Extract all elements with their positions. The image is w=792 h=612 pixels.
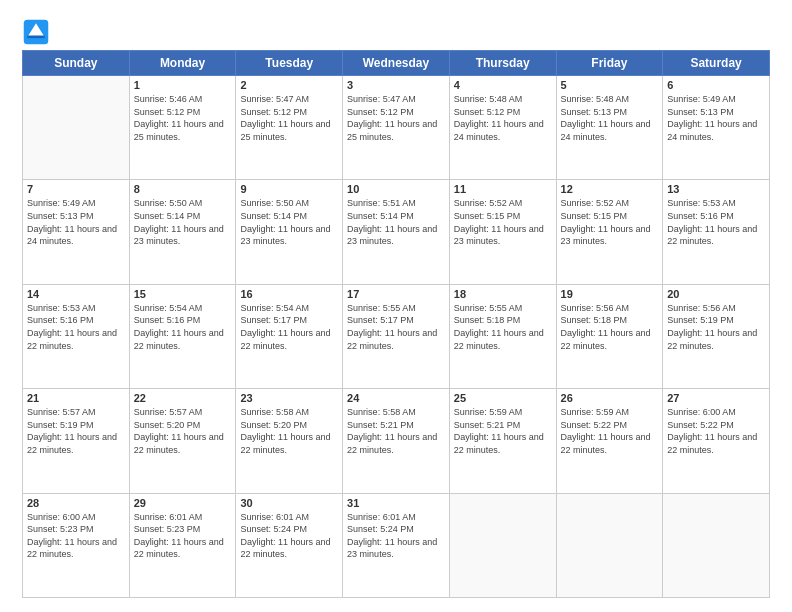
- day-number: 4: [454, 79, 552, 91]
- weekday-header-cell: Tuesday: [236, 51, 343, 76]
- day-info: Sunrise: 6:01 AMSunset: 5:23 PMDaylight:…: [134, 511, 232, 561]
- day-info: Sunrise: 5:58 AMSunset: 5:20 PMDaylight:…: [240, 406, 338, 456]
- day-number: 31: [347, 497, 445, 509]
- weekday-header-cell: Friday: [556, 51, 663, 76]
- calendar-cell: 29 Sunrise: 6:01 AMSunset: 5:23 PMDaylig…: [129, 493, 236, 597]
- calendar-cell: 23 Sunrise: 5:58 AMSunset: 5:20 PMDaylig…: [236, 389, 343, 493]
- day-number: 3: [347, 79, 445, 91]
- calendar-cell: 30 Sunrise: 6:01 AMSunset: 5:24 PMDaylig…: [236, 493, 343, 597]
- calendar-cell: 22 Sunrise: 5:57 AMSunset: 5:20 PMDaylig…: [129, 389, 236, 493]
- calendar-cell: 1 Sunrise: 5:46 AMSunset: 5:12 PMDayligh…: [129, 76, 236, 180]
- calendar-table: SundayMondayTuesdayWednesdayThursdayFrid…: [22, 50, 770, 598]
- calendar-cell: 4 Sunrise: 5:48 AMSunset: 5:12 PMDayligh…: [449, 76, 556, 180]
- calendar-week-row: 1 Sunrise: 5:46 AMSunset: 5:12 PMDayligh…: [23, 76, 770, 180]
- day-info: Sunrise: 5:52 AMSunset: 5:15 PMDaylight:…: [561, 197, 659, 247]
- day-number: 9: [240, 183, 338, 195]
- day-number: 26: [561, 392, 659, 404]
- calendar-week-row: 21 Sunrise: 5:57 AMSunset: 5:19 PMDaylig…: [23, 389, 770, 493]
- day-number: 18: [454, 288, 552, 300]
- day-info: Sunrise: 5:50 AMSunset: 5:14 PMDaylight:…: [240, 197, 338, 247]
- calendar-page: SundayMondayTuesdayWednesdayThursdayFrid…: [0, 0, 792, 612]
- calendar-cell: 20 Sunrise: 5:56 AMSunset: 5:19 PMDaylig…: [663, 284, 770, 388]
- day-number: 13: [667, 183, 765, 195]
- header: [22, 18, 770, 46]
- day-info: Sunrise: 5:54 AMSunset: 5:17 PMDaylight:…: [240, 302, 338, 352]
- day-info: Sunrise: 5:55 AMSunset: 5:17 PMDaylight:…: [347, 302, 445, 352]
- calendar-cell: 3 Sunrise: 5:47 AMSunset: 5:12 PMDayligh…: [343, 76, 450, 180]
- day-number: 23: [240, 392, 338, 404]
- day-number: 7: [27, 183, 125, 195]
- calendar-week-row: 7 Sunrise: 5:49 AMSunset: 5:13 PMDayligh…: [23, 180, 770, 284]
- day-number: 24: [347, 392, 445, 404]
- weekday-header-cell: Sunday: [23, 51, 130, 76]
- logo-icon: [22, 18, 50, 46]
- day-info: Sunrise: 5:52 AMSunset: 5:15 PMDaylight:…: [454, 197, 552, 247]
- day-number: 1: [134, 79, 232, 91]
- day-number: 15: [134, 288, 232, 300]
- day-number: 20: [667, 288, 765, 300]
- calendar-week-row: 28 Sunrise: 6:00 AMSunset: 5:23 PMDaylig…: [23, 493, 770, 597]
- calendar-cell: 12 Sunrise: 5:52 AMSunset: 5:15 PMDaylig…: [556, 180, 663, 284]
- day-info: Sunrise: 5:48 AMSunset: 5:13 PMDaylight:…: [561, 93, 659, 143]
- day-info: Sunrise: 5:51 AMSunset: 5:14 PMDaylight:…: [347, 197, 445, 247]
- calendar-cell: 10 Sunrise: 5:51 AMSunset: 5:14 PMDaylig…: [343, 180, 450, 284]
- calendar-body: 1 Sunrise: 5:46 AMSunset: 5:12 PMDayligh…: [23, 76, 770, 598]
- calendar-cell: 14 Sunrise: 5:53 AMSunset: 5:16 PMDaylig…: [23, 284, 130, 388]
- day-number: 25: [454, 392, 552, 404]
- weekday-header-cell: Monday: [129, 51, 236, 76]
- calendar-cell: 15 Sunrise: 5:54 AMSunset: 5:16 PMDaylig…: [129, 284, 236, 388]
- day-info: Sunrise: 5:49 AMSunset: 5:13 PMDaylight:…: [667, 93, 765, 143]
- calendar-cell: 11 Sunrise: 5:52 AMSunset: 5:15 PMDaylig…: [449, 180, 556, 284]
- svg-rect-2: [27, 36, 45, 39]
- day-info: Sunrise: 5:56 AMSunset: 5:19 PMDaylight:…: [667, 302, 765, 352]
- calendar-cell: [23, 76, 130, 180]
- day-info: Sunrise: 5:46 AMSunset: 5:12 PMDaylight:…: [134, 93, 232, 143]
- day-number: 14: [27, 288, 125, 300]
- calendar-cell: 25 Sunrise: 5:59 AMSunset: 5:21 PMDaylig…: [449, 389, 556, 493]
- day-info: Sunrise: 5:47 AMSunset: 5:12 PMDaylight:…: [240, 93, 338, 143]
- calendar-cell: 13 Sunrise: 5:53 AMSunset: 5:16 PMDaylig…: [663, 180, 770, 284]
- day-info: Sunrise: 5:53 AMSunset: 5:16 PMDaylight:…: [667, 197, 765, 247]
- calendar-cell: 18 Sunrise: 5:55 AMSunset: 5:18 PMDaylig…: [449, 284, 556, 388]
- day-number: 29: [134, 497, 232, 509]
- calendar-cell: 5 Sunrise: 5:48 AMSunset: 5:13 PMDayligh…: [556, 76, 663, 180]
- day-number: 30: [240, 497, 338, 509]
- calendar-cell: 21 Sunrise: 5:57 AMSunset: 5:19 PMDaylig…: [23, 389, 130, 493]
- day-number: 16: [240, 288, 338, 300]
- day-info: Sunrise: 5:50 AMSunset: 5:14 PMDaylight:…: [134, 197, 232, 247]
- calendar-cell: 17 Sunrise: 5:55 AMSunset: 5:17 PMDaylig…: [343, 284, 450, 388]
- weekday-header-cell: Saturday: [663, 51, 770, 76]
- day-number: 2: [240, 79, 338, 91]
- calendar-cell: [449, 493, 556, 597]
- day-info: Sunrise: 6:01 AMSunset: 5:24 PMDaylight:…: [240, 511, 338, 561]
- calendar-cell: 8 Sunrise: 5:50 AMSunset: 5:14 PMDayligh…: [129, 180, 236, 284]
- calendar-cell: 6 Sunrise: 5:49 AMSunset: 5:13 PMDayligh…: [663, 76, 770, 180]
- logo: [22, 18, 54, 46]
- day-info: Sunrise: 6:00 AMSunset: 5:22 PMDaylight:…: [667, 406, 765, 456]
- day-info: Sunrise: 5:54 AMSunset: 5:16 PMDaylight:…: [134, 302, 232, 352]
- weekday-header-row: SundayMondayTuesdayWednesdayThursdayFrid…: [23, 51, 770, 76]
- day-info: Sunrise: 5:55 AMSunset: 5:18 PMDaylight:…: [454, 302, 552, 352]
- day-number: 17: [347, 288, 445, 300]
- day-info: Sunrise: 5:56 AMSunset: 5:18 PMDaylight:…: [561, 302, 659, 352]
- day-info: Sunrise: 5:48 AMSunset: 5:12 PMDaylight:…: [454, 93, 552, 143]
- day-number: 22: [134, 392, 232, 404]
- calendar-cell: 27 Sunrise: 6:00 AMSunset: 5:22 PMDaylig…: [663, 389, 770, 493]
- day-info: Sunrise: 5:47 AMSunset: 5:12 PMDaylight:…: [347, 93, 445, 143]
- day-number: 27: [667, 392, 765, 404]
- weekday-header-cell: Thursday: [449, 51, 556, 76]
- day-info: Sunrise: 5:57 AMSunset: 5:19 PMDaylight:…: [27, 406, 125, 456]
- calendar-cell: 9 Sunrise: 5:50 AMSunset: 5:14 PMDayligh…: [236, 180, 343, 284]
- weekday-header-cell: Wednesday: [343, 51, 450, 76]
- day-info: Sunrise: 5:53 AMSunset: 5:16 PMDaylight:…: [27, 302, 125, 352]
- calendar-week-row: 14 Sunrise: 5:53 AMSunset: 5:16 PMDaylig…: [23, 284, 770, 388]
- calendar-cell: 31 Sunrise: 6:01 AMSunset: 5:24 PMDaylig…: [343, 493, 450, 597]
- day-number: 5: [561, 79, 659, 91]
- calendar-cell: 19 Sunrise: 5:56 AMSunset: 5:18 PMDaylig…: [556, 284, 663, 388]
- day-info: Sunrise: 5:58 AMSunset: 5:21 PMDaylight:…: [347, 406, 445, 456]
- day-number: 6: [667, 79, 765, 91]
- calendar-cell: 7 Sunrise: 5:49 AMSunset: 5:13 PMDayligh…: [23, 180, 130, 284]
- day-number: 10: [347, 183, 445, 195]
- calendar-cell: [663, 493, 770, 597]
- day-info: Sunrise: 6:00 AMSunset: 5:23 PMDaylight:…: [27, 511, 125, 561]
